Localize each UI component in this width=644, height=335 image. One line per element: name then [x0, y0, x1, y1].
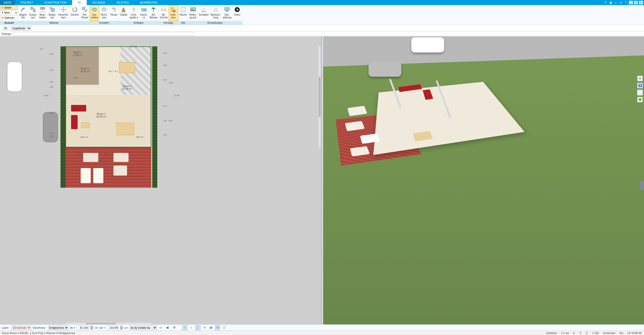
snap-perp-icon[interactable]: ⊥ — [195, 325, 200, 330]
clock-icon[interactable]: ◷ — [159, 325, 164, 330]
dy-spinner[interactable]: ▲▼ — [120, 326, 123, 330]
ribbon-flaeche-button[interactable]: Fläche — [178, 5, 188, 21]
window-restore-button[interactable]: ❐ — [634, 1, 638, 4]
video-icon — [234, 7, 240, 13]
svg-rect-21 — [226, 11, 228, 12]
ribbon-video-button[interactable]: Video — [232, 5, 242, 21]
verschieben-icon — [60, 7, 67, 13]
snap-mid-icon[interactable]: ◊ — [189, 325, 194, 330]
ribbon-btn-label: Objekt — [120, 13, 127, 16]
snap-parallel-icon[interactable]: ≋ — [202, 325, 207, 330]
ribbon-btn-label: 3D- — [151, 13, 156, 16]
menu-sichten[interactable]: SICHTEN — [111, 0, 134, 5]
ribbon-group-einstellungen: Hinter-grundSchattenBeleuch-tungDar-stel… — [188, 5, 242, 25]
camera-icon[interactable]: ▣ — [165, 325, 170, 330]
car-white-1 — [7, 62, 22, 92]
ribbon-btn-label2: Bitmap — [150, 16, 158, 19]
ribbon-rechnen-button[interactable]: Rech-nen — [99, 5, 109, 21]
ribbon-btn-label2: stellung — [223, 16, 231, 19]
snap-node-icon[interactable]: Ⓝ — [215, 325, 220, 330]
ribbon-abgreifen-button[interactable]: Abgrei-fen — [18, 5, 28, 21]
ribbon-btn-label2: ra — [143, 16, 145, 19]
menu-projekt[interactable]: PROJEKT — [15, 0, 39, 5]
snap-endpoint-icon[interactable]: ↘ — [182, 325, 187, 330]
flaeche-icon — [180, 7, 186, 13]
tool-icon-3[interactable]: ⌂ — [614, 1, 618, 5]
dim-label: 2,02 — [105, 151, 109, 153]
optionen-button[interactable]: ✚ Optionen — [1, 15, 18, 20]
plan-v-scrollbar[interactable] — [318, 46, 321, 147]
dx-spinner[interactable]: ▲▼ — [90, 326, 93, 330]
tool-icon-4[interactable]: ⟳ — [619, 1, 623, 5]
mark-icon: ✦ — [2, 11, 4, 14]
side-panel-grab[interactable] — [640, 181, 644, 190]
ribbon-btn-label: Abgrei- — [19, 13, 27, 16]
select-mode-button[interactable]: ↖ Selekt — [1, 5, 18, 10]
window-close-button[interactable]: × — [639, 1, 643, 4]
dialoge-input[interactable] — [13, 32, 194, 36]
palette-icon[interactable] — [637, 90, 643, 95]
window-minimize-button[interactable]: _ — [629, 1, 633, 4]
svg-rect-8 — [122, 10, 125, 12]
ribbon-schatten-button[interactable]: Schatten — [198, 5, 210, 21]
info-icon[interactable]: ⓘ — [222, 325, 227, 330]
svg-rect-12 — [142, 9, 145, 11]
menu-konstruktion[interactable]: KONSTRUKTION — [39, 0, 72, 5]
ribbon-darstellen-button[interactable]: Dar-stellen — [90, 5, 99, 21]
ribbon-schnitt3d-button[interactable]: 3D-Schnitt — [159, 5, 169, 21]
ribbon-drehen-button[interactable]: Drehen — [70, 5, 80, 21]
coord-mode-select[interactable]: dx,dy (relativ ka — [129, 325, 157, 330]
ribbon-darstellung-button[interactable]: Dar-stellung — [222, 5, 232, 21]
geschoss-select[interactable]: Erdgeschos — [48, 325, 69, 330]
ribbon-beleuchtung-button[interactable]: Beleuch-tung — [210, 5, 222, 21]
layers-icon[interactable]: ≡ — [637, 76, 643, 81]
ribbon-lichtquelle-button[interactable]: Licht-quelle ▾ — [128, 5, 139, 21]
chair-icon[interactable]: ♿ — [637, 83, 643, 88]
help-icon[interactable]: ? — [624, 1, 628, 5]
ribbon-bearbeiten-button[interactable]: Bear-beiten — [38, 5, 47, 21]
ribbon-group-sonstige: 3D-SchnittKolli-sionSonstige — [159, 5, 178, 25]
ribbon-hintergrund-button[interactable]: Hinter-grund — [188, 5, 198, 21]
ribbon-btn-label2: beiten — [39, 16, 46, 19]
ribbon-kollision-button[interactable]: Kolli-sion — [169, 5, 178, 21]
menu-3d[interactable]: 3D — [72, 0, 87, 5]
dim-label: 11,36 — [43, 94, 48, 97]
dim-label: 9,61 — [100, 157, 104, 160]
layer-select[interactable]: 2D-Elemen — [12, 325, 31, 330]
dim-label: 2,26 — [49, 86, 53, 88]
tool-icon-1[interactable]: ✎ — [604, 1, 608, 5]
svg-rect-11 — [133, 10, 134, 12]
dim-label: 1,09 — [163, 52, 167, 54]
globe-icon[interactable]: ✪ — [172, 325, 177, 330]
ribbon-verschieben-button[interactable]: Verschie-ben — [57, 5, 70, 21]
menu-datei[interactable]: DATEI — [0, 0, 15, 5]
ribbon-objekt-button[interactable]: Objekt — [119, 5, 128, 21]
geschoss-label: Geschoss : — [33, 326, 47, 329]
ribbon-skalieren-button[interactable]: Skalie-ren — [47, 5, 57, 21]
mark-mode-button[interactable]: ✦ Mark. ▾ — [1, 10, 18, 15]
tree-icon[interactable]: 🌳 — [637, 97, 643, 102]
ribbon-zuweisen-button[interactable]: Zuwei-sen — [28, 5, 38, 21]
terrain-select[interactable]: Urgelände — [11, 26, 31, 31]
svg-rect-14 — [171, 7, 172, 12]
ribbon-btn-label2: nen — [102, 16, 106, 19]
ribbon-pinsel-button[interactable]: Pinsel — [109, 5, 118, 21]
view-mode-chip[interactable]: 3D — [2, 26, 10, 30]
plan-2d-view[interactable]: Raum 4 2,89 m² Raum 1 20,05 m² Raum 3 25… — [0, 36, 322, 325]
dx-input[interactable] — [77, 325, 89, 330]
ribbon-hinpinsel-button[interactable]: Hin.Pinsel — [80, 5, 89, 21]
menu-gelaende[interactable]: GELÄNDE — [87, 0, 111, 5]
menu-bearbeiten[interactable]: BEARBEITEN — [134, 0, 163, 5]
grid-icon[interactable]: ▦ — [208, 325, 213, 330]
status-info: Raum Raum 2 RAUM - 1.5cm Putz L=Räume G=… — [0, 331, 77, 334]
right-toolbar: ≡ ♿ 🌳 — [636, 74, 644, 104]
ribbon-kamera-button[interactable]: Kame-ra — [139, 5, 149, 21]
dy-input[interactable] — [107, 325, 119, 330]
view-3d[interactable] — [323, 36, 644, 325]
ribbon-btn-label2: quelle ▾ — [129, 16, 138, 19]
ribbon-btn-label: Dar- — [225, 13, 229, 16]
ribbon-bitmap3d-button[interactable]: 3D-Bitmap — [149, 5, 159, 21]
brh-label: BRH 35 — [81, 136, 88, 138]
tool-icon-2[interactable]: ▣ — [609, 1, 613, 5]
hinpinsel-icon — [82, 7, 88, 13]
